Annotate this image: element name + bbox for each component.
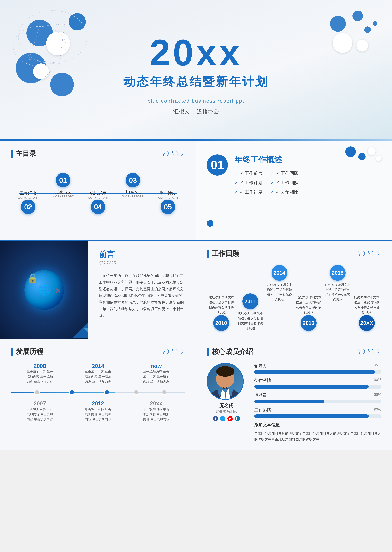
panel-header-bar-1: [11, 150, 13, 158]
t-node-2011: 2011 此处添加详细文本描述，建议与标题相关并符合整体说话风格: [236, 265, 265, 331]
t-node-2014: 2014 此处添加详细文本描述，建议与标题相关并符合整体说话风格: [265, 265, 294, 331]
close-icon: ✕: [55, 286, 61, 295]
panel-history: 发展历程 》》》》》 2008 单击填加内容 单击填加内容 单击填加内容 单击填…: [0, 339, 196, 450]
skill-bar-bg-3: [254, 400, 381, 403]
panel-toc-arrows: 》》》》》: [162, 150, 185, 158]
overview-right: 年终工作概述 ✓✓ 工作前言 ✓✓ 工作回顾 ✓✓ 工作计划 ✓✓ 工作团队 ✓…: [234, 154, 299, 195]
h-dot-now: [162, 390, 167, 395]
workreview-timeline: 此处添加详细文本描述，建议与标题相关并符合整体说话风格 2010 2011 此处…: [207, 265, 381, 331]
cover-slide: 20xx 动态年终总结暨新年计划 blue contracted busines…: [0, 0, 392, 139]
foreword-text: 回顾这一年的工作，在取得成绩的同时，我也找到了工作中的不足和问题，主要反映于xx…: [99, 272, 185, 319]
panel-foreword: 🌐 🔒 ✕ 前言 qianyan 回顾这一年的工作，在取得成绩的同时，我也找到了…: [0, 240, 196, 339]
four-panel-grid: 主目录 》》》》》 工作汇报 WORKREPORT 02 01 完成情况 WOR…: [0, 141, 392, 450]
toc-circle-02: 01: [56, 173, 70, 187]
t-node-2018: 2018 此处添加详细文本描述，建议与标题相关并符合整体说话风格: [323, 265, 352, 331]
panel-history-arrows: 》》》》》: [162, 348, 185, 355]
panel-workreview-arrows: 》》》》》: [358, 250, 381, 257]
check-item-2: ✓✓ 工作回顾: [271, 170, 299, 176]
t-text-2014: 此处添加详细文本描述，建议与标题相关并符合整体说话风格: [266, 282, 293, 302]
member-skills: 领导力 95% 创作激情 90%: [254, 363, 381, 418]
skill-pct-3: 55%: [374, 393, 381, 400]
social-icon-yt[interactable]: ▶: [227, 416, 233, 421]
history-bar-container: [11, 387, 185, 398]
member-layout: 无名氏 此处填写职位 f t ▶ in 领导力 95%: [207, 363, 381, 442]
skill-bar-bg-2: [254, 385, 381, 388]
svg-point-6: [13, 26, 66, 66]
toc-sub-02: WORKREPORT: [53, 195, 74, 198]
history-bottom-years: 2007 单击填加内容 单击填加内容 单击填加内容 单击填加内容 2012 单击…: [11, 400, 185, 422]
skill-pct-4: 90%: [374, 407, 381, 414]
check-item-3: ✓✓ 工作计划: [234, 180, 263, 186]
member-photo-section: 无名氏 此处填写职位 f t ▶ in: [207, 363, 246, 442]
t-text-2011: 此处添加详细文本描述，建议与标题相关并符合整体说话风格: [237, 311, 264, 331]
t-circle-2016: 2016: [301, 315, 316, 331]
panel-toc-header: 主目录 》》》》》: [11, 149, 185, 158]
svg-point-14: [216, 366, 234, 377]
panel-members-header: 核心成员介绍 》》》》》: [207, 347, 381, 356]
skill-bar-bg-4: [254, 414, 381, 418]
deco-circle-r1: [330, 16, 346, 32]
ov-circle-2: [358, 153, 366, 160]
toc-sub-05: WORKREPORT: [157, 196, 178, 200]
cover-subtitle-en: blue contracted business report ppt: [124, 98, 269, 104]
deco-circle-white-1: [46, 32, 70, 56]
ov-circle-4: [376, 156, 381, 161]
history-year-20xx: 20xx 单击填加内容 单击填加内容 单击填加内容 单击填加内容: [143, 400, 169, 422]
overview-content: 01 年终工作概述 ✓✓ 工作前言 ✓✓ 工作回顾 ✓✓ 工作计划 ✓✓ 工作团…: [207, 154, 381, 195]
history-year-2008: 2008 单击填加内容 单击填加内容 单击填加内容 单击填加内容: [27, 363, 53, 384]
member-role: 此处填写职位: [207, 409, 246, 414]
history-year-2014: 2014 单击填加内容 单击填加内容 单击填加内容 单击填加内容: [85, 363, 111, 384]
deco-circle-white-2: [33, 63, 49, 79]
h-dot-2007: [34, 390, 40, 395]
svg-point-7: [19, 11, 87, 63]
deco-circle-4: [50, 73, 74, 96]
t-text-2010: 此处添加详细文本描述，建议与标题相关并符合整体说话风格: [208, 295, 234, 315]
toc-label-03: 成果展示: [90, 190, 106, 196]
toc-timeline: 工作汇报 WORKREPORT 02 01 完成情况 WORKREPORT 成果…: [11, 165, 185, 222]
cover-title-cn: 动态年终总结暨新年计划: [124, 74, 269, 90]
check-item-5: ✓✓ 工作进度: [234, 189, 263, 195]
h-dot-2014: [134, 390, 139, 395]
tech-visual: 🌐 🔒 ✕: [24, 270, 64, 310]
deco-circle-r2: [352, 11, 363, 21]
ov-circle-3: [368, 147, 376, 155]
avatar-svg: [209, 363, 241, 400]
toc-label-04: 工作不足: [124, 189, 141, 195]
t-circle-2018: 2018: [330, 265, 346, 281]
panel-header-bar-4: [207, 250, 209, 258]
t-circle-2010: 2010: [213, 315, 229, 331]
check-item-4: ✓✓ 工作团队: [271, 180, 299, 186]
deco-circle-2: [69, 13, 86, 30]
check-item-1: ✓✓ 工作前言: [234, 170, 263, 176]
skill-pct-1: 95%: [374, 363, 381, 370]
ov-circle-1: [345, 146, 356, 157]
history-bar-fill: [11, 392, 115, 393]
social-icon-in[interactable]: in: [235, 416, 240, 421]
skill-label-1: 领导力: [254, 363, 267, 369]
globe-icon: 🌐: [38, 284, 51, 296]
social-icon-fb[interactable]: f: [213, 416, 218, 421]
check-icon-5: ✓: [234, 190, 238, 194]
foreword-title-en: qianyan: [99, 260, 185, 267]
t-node-2010: 此处添加详细文本描述，建议与标题相关并符合整体说话风格 2010: [207, 265, 236, 331]
panel-members-arrows: 》》》》》: [358, 348, 381, 355]
panel-toc-title: 主目录: [16, 149, 36, 158]
panel-header-bar-5: [11, 348, 13, 356]
reporter-name: 道格办公: [197, 108, 219, 115]
check-icon-6: ✓: [271, 190, 274, 194]
ov-circle-bl3: [208, 220, 211, 223]
overview-title: 年终工作概述: [234, 154, 299, 165]
member-skills-info: 领导力 95% 创作激情 90%: [254, 363, 381, 442]
skill-leadership: 领导力 95%: [254, 363, 381, 374]
toc-circle-05: 05: [161, 200, 175, 214]
deco-circle-r3: [364, 26, 371, 33]
panel-toc: 主目录 》》》》》 工作汇报 WORKREPORT 02 01 完成情况 WOR…: [0, 141, 196, 240]
skill-label-3: 运动量: [254, 393, 267, 398]
social-icon-tw[interactable]: t: [220, 416, 225, 421]
svg-line-2: [29, 26, 40, 59]
panel-workreview-header: 工作回顾 》》》》》: [207, 249, 381, 258]
triangle-deco: [72, 323, 88, 339]
skill-passion: 工作热情 90%: [254, 407, 381, 418]
toc-item-02: 01 完成情况 WORKREPORT: [53, 173, 74, 198]
skill-bar-fill-3: [254, 400, 324, 403]
